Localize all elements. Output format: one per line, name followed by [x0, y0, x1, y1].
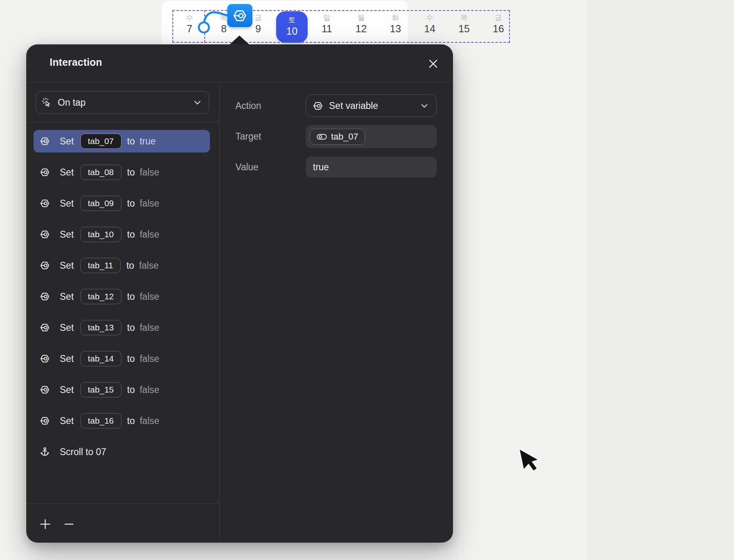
- day-cell[interactable]: 화 13: [378, 10, 413, 43]
- trigger-dropdown[interactable]: On tap: [36, 91, 209, 114]
- set-word: Set: [60, 167, 74, 178]
- response-row-set-tab09[interactable]: Set tab_09 to false: [34, 192, 210, 215]
- day-cell-selected[interactable]: 토 10: [276, 11, 308, 43]
- variable-chip: tab_15: [80, 382, 122, 397]
- to-word: to: [127, 136, 135, 147]
- response-row-set-tab16[interactable]: Set tab_16 to false: [34, 410, 210, 432]
- variable-icon: [40, 416, 50, 426]
- day-of-week: 수: [426, 14, 434, 21]
- day-of-week: 일: [323, 14, 331, 21]
- day-date: 13: [390, 24, 401, 34]
- response-row-scroll[interactable]: Scroll to 07: [34, 441, 210, 463]
- target-variable-chip: tab_07: [310, 129, 365, 145]
- day-date: 7: [187, 24, 193, 34]
- value-word: false: [140, 416, 159, 426]
- day-of-week: 월: [358, 14, 365, 21]
- remove-response-button[interactable]: [62, 517, 76, 531]
- set-word: Set: [60, 353, 74, 364]
- to-word: to: [126, 260, 134, 271]
- variable-icon: [40, 353, 50, 364]
- variable-chip: tab_12: [80, 289, 122, 304]
- footer-divider: [26, 503, 219, 504]
- scroll-response-label: Scroll to 07: [60, 447, 106, 458]
- value-label: Value: [235, 157, 296, 178]
- set-word: Set: [60, 384, 74, 395]
- to-word: to: [127, 416, 135, 426]
- day-cell[interactable]: 월 12: [344, 10, 378, 43]
- set-word: Set: [60, 260, 74, 271]
- value-word: false: [140, 384, 159, 395]
- interaction-modal: Interaction On tap Set tab_07 to true Se…: [26, 44, 453, 543]
- set-variable-trigger-badge[interactable]: [227, 4, 252, 27]
- response-row-set-tab11[interactable]: Set tab_11 to false: [34, 254, 210, 277]
- set-word: Set: [60, 229, 74, 240]
- variable-chip: tab_09: [80, 196, 122, 211]
- to-word: to: [127, 322, 135, 333]
- value-word: false: [140, 198, 159, 209]
- to-word: to: [127, 198, 135, 209]
- pane-divider-vertical: [219, 82, 220, 543]
- variable-icon: [40, 384, 50, 395]
- variable-icon: [232, 8, 247, 23]
- day-cell[interactable]: 수 14: [413, 10, 447, 43]
- day-of-week: 토: [288, 16, 296, 23]
- close-icon: [428, 59, 438, 69]
- response-row-set-tab08[interactable]: Set tab_08 to false: [34, 161, 210, 184]
- response-row-set-tab10[interactable]: Set tab_10 to false: [34, 223, 210, 246]
- variable-chip: tab_08: [80, 165, 122, 180]
- value-word: false: [140, 322, 159, 333]
- action-dropdown[interactable]: Set variable: [306, 94, 437, 117]
- target-picker[interactable]: tab_07: [306, 125, 437, 148]
- minus-icon: [63, 518, 75, 530]
- set-word: Set: [60, 291, 74, 302]
- set-word: Set: [60, 198, 74, 209]
- variable-icon: [40, 229, 50, 240]
- modal-title: Interaction: [50, 56, 102, 68]
- action-label: Action: [235, 94, 296, 117]
- response-row-set-tab13[interactable]: Set tab_13 to false: [34, 316, 210, 339]
- variable-chip: tab_10: [80, 227, 122, 242]
- set-word: Set: [60, 416, 74, 426]
- chevron-down-icon: [420, 102, 428, 110]
- close-button[interactable]: [425, 56, 441, 72]
- day-cell[interactable]: 수 7: [172, 10, 207, 43]
- variable-chip: tab_13: [80, 320, 122, 335]
- day-date: 15: [459, 24, 470, 34]
- to-word: to: [127, 291, 135, 302]
- trigger-label: On tap: [58, 97, 188, 108]
- day-cell[interactable]: 금 16: [481, 10, 516, 43]
- header-divider: [26, 82, 453, 83]
- day-date: 11: [322, 24, 332, 34]
- plus-icon: [39, 518, 51, 530]
- variable-icon: [40, 136, 50, 146]
- response-row-set-tab12[interactable]: Set tab_12 to false: [34, 285, 210, 308]
- action-value: Set variable: [329, 100, 415, 111]
- day-date: 14: [424, 24, 436, 34]
- day-cell[interactable]: 목 15: [447, 10, 481, 43]
- value-word: false: [140, 353, 159, 364]
- value-word: false: [140, 167, 159, 178]
- value-word: false: [140, 229, 159, 240]
- value-word: false: [140, 291, 159, 302]
- day-of-week: 금: [255, 14, 262, 21]
- variable-icon: [40, 198, 50, 209]
- response-row-set-tab15[interactable]: Set tab_15 to false: [34, 378, 210, 401]
- variable-chip: tab_14: [80, 351, 122, 366]
- variable-chip: tab_07: [80, 134, 122, 149]
- value-word: true: [140, 136, 156, 147]
- day-date: 12: [356, 24, 367, 34]
- day-of-week: 목: [220, 14, 228, 21]
- add-response-button[interactable]: [38, 517, 52, 531]
- tap-icon: [42, 97, 52, 108]
- to-word: to: [127, 229, 135, 240]
- day-of-week: 목: [461, 14, 468, 21]
- variable-icon: [40, 322, 50, 333]
- response-row-set-tab07[interactable]: Set tab_07 to true: [34, 130, 210, 153]
- day-cell[interactable]: 일 11: [310, 10, 344, 43]
- variable-icon: [312, 100, 323, 111]
- day-of-week: 수: [186, 14, 193, 21]
- chevron-down-icon: [193, 98, 201, 107]
- day-date: 16: [493, 24, 504, 34]
- response-row-set-tab14[interactable]: Set tab_14 to false: [34, 347, 210, 370]
- value-input[interactable]: true: [306, 157, 437, 178]
